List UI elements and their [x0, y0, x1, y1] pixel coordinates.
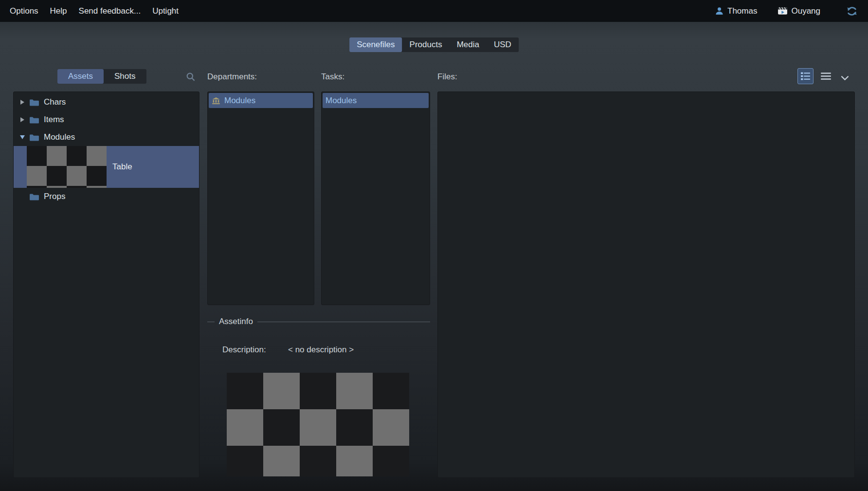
expand-arrow-icon[interactable] — [20, 117, 24, 122]
tree-item-label: Chars — [44, 97, 66, 107]
asset-thumbnail — [27, 146, 107, 188]
user-name: Thomas — [727, 6, 757, 16]
department-item-label: Modules — [224, 96, 255, 106]
search-button[interactable] — [184, 71, 197, 83]
tree-item-label: Props — [44, 192, 65, 201]
folder-icon — [29, 116, 39, 124]
assetinfo-groupbox: Assetinfo — [207, 317, 430, 327]
task-item-label: Modules — [326, 96, 357, 106]
collapse-arrow-icon[interactable] — [20, 135, 25, 139]
files-panel[interactable] — [437, 91, 855, 478]
tree-item-props[interactable]: Props — [14, 188, 199, 205]
menu-options[interactable]: Options — [4, 0, 44, 22]
user-button[interactable]: Thomas — [715, 6, 757, 16]
assetinfo-divider — [257, 322, 430, 322]
menu-send-feedback[interactable]: Send feedback... — [73, 0, 147, 22]
description-value: < no description > — [288, 345, 354, 355]
menubar-right: Thomas Ouyang — [715, 5, 858, 18]
browser-tab-bar: Assets Shots — [57, 69, 146, 84]
department-item-modules[interactable]: Modules — [209, 93, 313, 108]
search-icon — [185, 72, 196, 82]
view-options-button[interactable] — [841, 74, 850, 80]
tab-shots[interactable]: Shots — [104, 69, 146, 84]
assetinfo-title: Assetinfo — [219, 317, 253, 327]
description-label: Description: — [222, 345, 266, 355]
asset-preview-image — [227, 373, 409, 476]
tree-item-items[interactable]: Items — [14, 111, 199, 128]
departments-list: Modules — [207, 91, 314, 305]
list-view-button[interactable] — [818, 68, 834, 84]
tasks-list: Modules — [321, 91, 430, 305]
tree-item-label: Modules — [44, 132, 75, 142]
expand-arrow-icon[interactable] — [20, 100, 24, 105]
tree-item-label: Table — [112, 162, 132, 172]
tree-item-table[interactable]: Table — [14, 146, 199, 188]
detail-view-button[interactable] — [797, 68, 814, 84]
main-tab-bar: Scenefiles Products Media USD — [349, 37, 519, 52]
refresh-button[interactable] — [846, 5, 858, 18]
folder-icon — [29, 193, 39, 201]
folder-icon — [29, 98, 39, 107]
tab-usd[interactable]: USD — [487, 37, 519, 52]
folder-icon — [29, 133, 39, 142]
menu-bar: Options Help Send feedback... Uptight Th… — [0, 0, 868, 22]
tasks-label: Tasks: — [321, 72, 344, 82]
assetinfo-divider — [207, 322, 215, 322]
user-icon — [715, 6, 724, 16]
files-label: Files: — [437, 72, 457, 82]
detail-view-icon — [800, 72, 811, 81]
tab-media[interactable]: Media — [450, 37, 487, 52]
tree-item-modules[interactable]: Modules — [14, 128, 199, 146]
department-icon — [212, 97, 220, 105]
refresh-icon — [846, 5, 858, 18]
project-name: Ouyang — [791, 6, 820, 16]
list-view-icon — [821, 72, 831, 80]
project-icon — [778, 6, 788, 16]
chevron-down-icon — [841, 75, 849, 81]
tab-products[interactable]: Products — [402, 37, 450, 52]
task-item-modules[interactable]: Modules — [323, 93, 429, 108]
tab-scenefiles[interactable]: Scenefiles — [349, 37, 402, 52]
app-window: Options Help Send feedback... Uptight Th… — [0, 0, 868, 491]
menu-uptight[interactable]: Uptight — [146, 0, 184, 22]
menu-help[interactable]: Help — [44, 0, 73, 22]
tab-assets[interactable]: Assets — [57, 69, 104, 84]
departments-label: Departments: — [207, 72, 257, 82]
project-button[interactable]: Ouyang — [778, 6, 820, 16]
asset-tree-panel: Chars Items Modules Table Props — [13, 91, 199, 478]
tree-item-label: Items — [44, 115, 64, 125]
tree-item-chars[interactable]: Chars — [14, 93, 199, 111]
